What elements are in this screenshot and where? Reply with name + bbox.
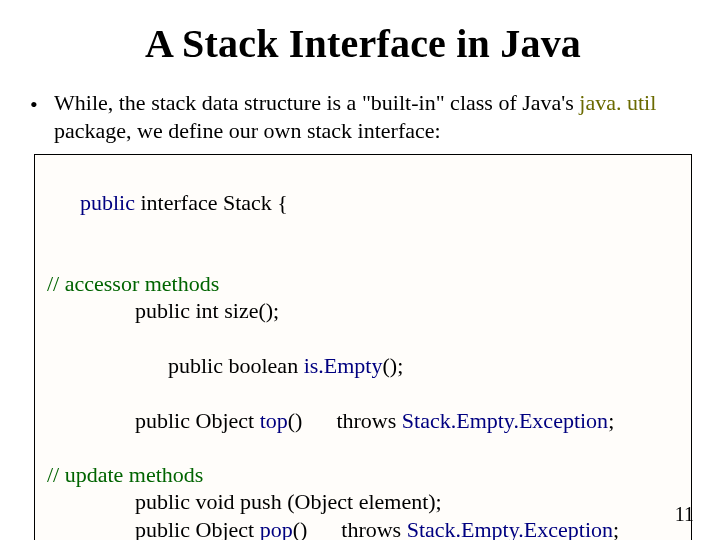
code-push: public void push (Object element); — [47, 488, 681, 516]
pop-post: () — [293, 517, 308, 541]
code-box: public interface Stack { // accessor met… — [34, 154, 692, 540]
pop-name: pop — [260, 517, 293, 541]
blank-line — [47, 435, 681, 461]
code-isempty: public boolean is.Empty(); — [47, 325, 681, 408]
pop-throws-pre: throws — [341, 517, 406, 541]
pop-throws: throws Stack.Empty.Exception; — [341, 516, 619, 541]
top-throws-post: ; — [608, 408, 614, 433]
comment-accessor: // accessor methods — [47, 270, 681, 298]
slide: A Stack Interface in Java • While, the s… — [0, 0, 720, 540]
isempty-name: is.Empty — [304, 353, 383, 378]
isempty-post: (); — [382, 353, 403, 378]
comment-update: // update methods — [47, 461, 681, 489]
slide-title: A Stack Interface in Java — [34, 20, 692, 67]
top-name: top — [260, 408, 288, 433]
top-throws-pre: throws — [336, 408, 401, 433]
top-throws-name: Stack.Empty.Exception — [402, 408, 608, 433]
top-pre: public Object — [135, 408, 260, 433]
bullet-text-pre: While, the stack data structure is a "bu… — [54, 90, 579, 115]
code-decl-rest: interface Stack { — [135, 190, 288, 215]
top-left: public Object top() — [135, 407, 302, 435]
code-top: public Object top() throws Stack.Empty.E… — [47, 407, 681, 435]
code-size: public int size(); — [47, 297, 681, 325]
bullet-dot-icon: • — [30, 89, 54, 119]
code-pop: public Object pop() throws Stack.Empty.E… — [47, 516, 681, 541]
gap — [302, 407, 336, 435]
blank-line — [47, 244, 681, 270]
top-post: () — [288, 408, 303, 433]
isempty-pre: public boolean — [168, 353, 304, 378]
bullet-text: While, the stack data structure is a "bu… — [54, 89, 692, 144]
page-number: 11 — [675, 503, 694, 526]
gap — [307, 516, 341, 541]
bullet-item: • While, the stack data structure is a "… — [30, 89, 692, 144]
pop-left: public Object pop() — [135, 516, 307, 541]
pop-throws-post: ; — [613, 517, 619, 541]
pop-throws-name: Stack.Empty.Exception — [407, 517, 613, 541]
code-declaration: public interface Stack { — [47, 161, 681, 244]
keyword-public: public — [80, 190, 135, 215]
bullet-text-post: package, we define our own stack interfa… — [54, 118, 441, 143]
pop-pre: public Object — [135, 517, 260, 541]
top-throws: throws Stack.Empty.Exception; — [336, 407, 614, 435]
bullet-highlight: java. util — [579, 90, 656, 115]
